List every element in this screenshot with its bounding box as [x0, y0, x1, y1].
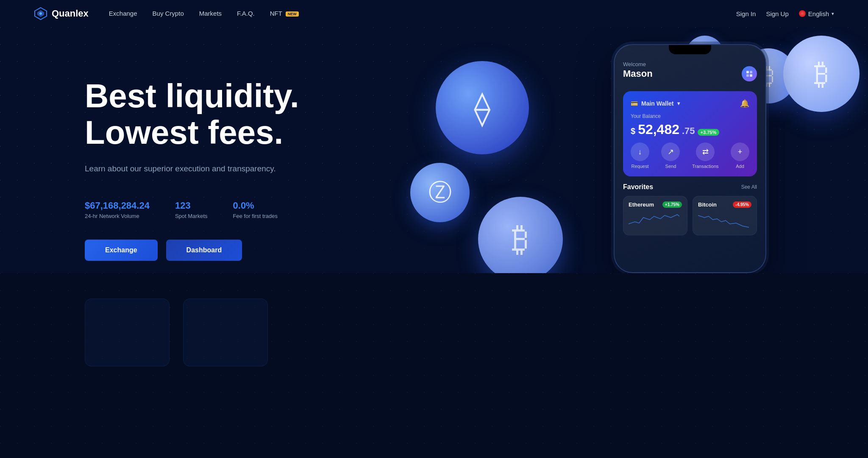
hero-section: Best liquidity. Lowest fees. Learn about…	[0, 27, 868, 273]
avatar-icon	[745, 70, 754, 78]
add-button[interactable]: +	[731, 142, 749, 161]
wallet-label: 💳 Main Wallet ▾	[631, 100, 680, 107]
wallet-action-add: + Add	[731, 142, 749, 169]
chevron-down-icon: ▾	[832, 11, 834, 17]
navbar: Quanlex Exchange Buy Crypto Markets F.A.…	[0, 0, 868, 27]
bottom-card-2	[183, 299, 268, 366]
balance-change-badge: +3.75%	[698, 129, 720, 136]
svg-rect-5	[746, 74, 749, 77]
lower-section	[0, 273, 868, 458]
fav-card-bitcoin: Bitcoin -4.95%	[693, 196, 757, 235]
hero-buttons: Exchange Dashboard	[85, 240, 299, 261]
wallet-card: 💳 Main Wallet ▾ 🔔 Your Balance $ 52,482 …	[623, 91, 757, 176]
hero-visual: ⟠ Ⓩ ₿ Ⓩ ₿ ₿ Welcome	[402, 27, 868, 273]
hero-content: Best liquidity. Lowest fees. Learn about…	[85, 61, 299, 261]
send-button[interactable]: ↗	[661, 142, 680, 161]
ethereum-sparkline	[629, 211, 679, 228]
transactions-button[interactable]: ⇄	[696, 142, 715, 161]
wallet-action-transactions: ⇄ Transactions	[692, 142, 719, 169]
phone-avatar	[742, 66, 757, 81]
exchange-button[interactable]: Exchange	[85, 240, 158, 261]
bottom-card-1	[85, 299, 170, 366]
lower-cards	[0, 273, 868, 392]
stats-row: $67,168,284.24 24-hr Network Volume 123 …	[85, 200, 299, 219]
bitcoin-sparkline	[698, 211, 749, 228]
signin-link[interactable]: Sign In	[736, 10, 756, 17]
balance-main: 52,482	[638, 122, 679, 137]
nav-exchange[interactable]: Exchange	[109, 10, 137, 17]
svg-rect-3	[746, 71, 749, 73]
fav-card-bitcoin-header: Bitcoin -4.95%	[698, 201, 751, 208]
send-label: Send	[665, 164, 676, 169]
nav-left: Quanlex Exchange Buy Crypto Markets F.A.…	[34, 7, 299, 20]
wallet-icon: 💳	[631, 100, 638, 107]
stat-fee: 0.0% Fee for first trades	[233, 200, 278, 219]
bitcoin-coin-bottom: ₿	[478, 197, 563, 273]
balance-amount: $ 52,482 .75 +3.75%	[631, 122, 749, 137]
fav-card-ethereum: Ethereum +1.75%	[623, 196, 687, 235]
brand-name: Quanlex	[52, 8, 89, 19]
phone-mockup: Welcome Mason	[614, 44, 766, 273]
logo[interactable]: Quanlex	[34, 7, 89, 20]
request-label: Request	[632, 164, 649, 169]
flag-icon	[799, 10, 806, 17]
fav-card-ethereum-header: Ethereum +1.75%	[629, 201, 682, 208]
request-button[interactable]: ↓	[631, 142, 649, 161]
phone-welcome: Welcome	[623, 61, 653, 67]
wallet-card-header: 💳 Main Wallet ▾ 🔔	[631, 99, 749, 108]
ethereum-coin: ⟠	[436, 61, 529, 154]
ethereum-badge: +1.75%	[662, 201, 682, 208]
phone-header: Welcome Mason	[623, 61, 757, 86]
favorites-grid: Ethereum +1.75% Bitcoin -4.95%	[623, 196, 757, 235]
favorites-header: Favorites See All	[623, 183, 757, 191]
transactions-label: Transactions	[692, 164, 719, 169]
nav-faq[interactable]: F.A.Q.	[237, 10, 255, 17]
bitcoin-badge: -4.95%	[733, 201, 751, 208]
bitcoin-coin-large: ₿	[783, 36, 860, 112]
phone-content: Welcome Mason	[615, 54, 765, 242]
dashboard-button[interactable]: Dashboard	[166, 240, 242, 261]
svg-rect-4	[750, 71, 752, 73]
svg-point-2	[39, 12, 42, 15]
wallet-bell-icon[interactable]: 🔔	[740, 99, 749, 108]
wallet-action-send: ↗ Send	[661, 142, 680, 169]
nav-buy-crypto[interactable]: Buy Crypto	[153, 10, 184, 17]
language-selector[interactable]: English ▾	[799, 10, 834, 17]
phone-username: Mason	[623, 68, 653, 79]
wallet-dropdown-icon[interactable]: ▾	[677, 101, 680, 106]
add-label: Add	[736, 164, 744, 169]
bitcoin-name: Bitcoin	[698, 201, 717, 208]
balance-dollar-sign: $	[631, 126, 635, 136]
stat-markets: 123 Spot Markets	[175, 200, 208, 219]
nav-nft[interactable]: NFT NEW	[270, 10, 299, 17]
signup-link[interactable]: Sign Up	[766, 10, 788, 17]
wallet-action-request: ↓ Request	[631, 142, 649, 169]
ethereum-name: Ethereum	[629, 201, 654, 208]
logo-icon	[34, 7, 47, 20]
hero-subtitle: Learn about our superior execution and t…	[85, 163, 299, 175]
favorites-title: Favorites	[623, 183, 653, 191]
balance-label: Your Balance	[631, 113, 749, 119]
stat-volume: $67,168,284.24 24-hr Network Volume	[85, 200, 150, 219]
zcash-coin: Ⓩ	[410, 163, 470, 222]
phone-notch	[669, 45, 711, 54]
see-all-link[interactable]: See All	[741, 184, 757, 190]
nft-badge: NEW	[286, 11, 299, 17]
svg-rect-6	[750, 74, 752, 77]
nav-links: Exchange Buy Crypto Markets F.A.Q. NFT N…	[109, 10, 299, 17]
nav-right: Sign In Sign Up English ▾	[736, 10, 834, 17]
wallet-actions: ↓ Request ↗ Send ⇄ Transactions +	[631, 142, 749, 169]
nav-markets[interactable]: Markets	[199, 10, 222, 17]
balance-decimal: .75	[682, 126, 695, 137]
hero-title: Best liquidity. Lowest fees.	[85, 78, 299, 151]
